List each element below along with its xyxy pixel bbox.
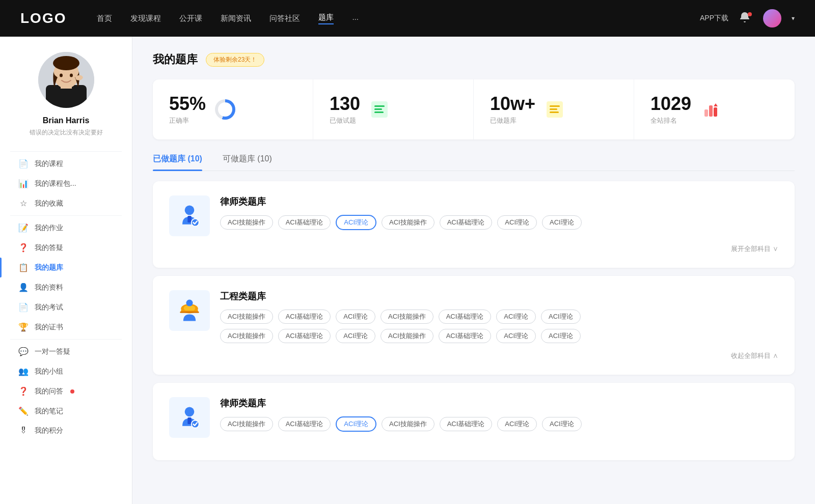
svg-rect-19	[187, 216, 191, 222]
qbank-title-2: 工程类题库	[220, 290, 778, 302]
nav-more[interactable]: ···	[352, 14, 359, 23]
stat-ranking: 1029 全站排名	[634, 79, 795, 139]
sidebar-label-points: 我的积分	[35, 426, 63, 435]
sidebar-item-qa[interactable]: ❓ 我的答疑	[10, 238, 122, 258]
notification-bell[interactable]	[739, 11, 753, 25]
svg-rect-27	[187, 417, 191, 424]
tag-3-3[interactable]: ACI理论	[336, 416, 376, 432]
svg-rect-13	[550, 108, 557, 110]
sidebar-item-homework[interactable]: 📝 我的作业	[10, 218, 122, 238]
svg-point-26	[185, 407, 195, 416]
user-avatar-nav[interactable]	[763, 9, 781, 27]
tag-3-1[interactable]: ACI技能操作	[220, 417, 273, 431]
tag-3-2[interactable]: ACI基础理论	[278, 417, 331, 431]
courses-icon: 📄	[18, 159, 29, 169]
tags-row-2: ACI技能操作 ACI基础理论 ACI理论 ACI技能操作 ACI基础理论 AC…	[220, 310, 778, 324]
qbank-lawyer-icon	[169, 195, 210, 236]
stat-done-questions: 130 已做试题	[313, 79, 474, 139]
qbank-card-lawyer-1: 律师类题库 ACI技能操作 ACI基础理论 ACI理论 ACI技能操作 ACI基…	[153, 181, 795, 268]
qbank-title-1: 律师类题库	[220, 195, 778, 208]
nav-qa[interactable]: 问答社区	[269, 14, 300, 23]
qbank-lawyer-icon-2	[169, 397, 210, 438]
sidebar-item-qbank[interactable]: 📋 我的题库	[10, 258, 122, 277]
sidebar-item-notes[interactable]: ✏️ 我的笔记	[10, 401, 122, 421]
tag-3-5[interactable]: ACI基础理论	[440, 417, 493, 431]
qbank-info: 律师类题库 ACI技能操作 ACI基础理论 ACI理论 ACI技能操作 ACI基…	[220, 195, 778, 230]
tabs-row: 已做题库 (10) 可做题库 (10)	[153, 154, 795, 171]
app-download-link[interactable]: APP下载	[700, 14, 728, 23]
tag-1-4[interactable]: ACI技能操作	[382, 215, 434, 230]
sidebar-item-group[interactable]: 👥 我的小组	[10, 361, 122, 381]
tag-3-6[interactable]: ACI理论	[497, 417, 537, 431]
main-content: 我的题库 体验剩余23天！ 55% 正确率 130 已做试题	[132, 37, 815, 504]
svg-rect-12	[550, 105, 560, 107]
tag-1-6[interactable]: ACI理论	[497, 215, 537, 230]
tag-1-5[interactable]: ACI基础理论	[440, 215, 493, 230]
expand-link-1[interactable]: 展开全部科目 ∨	[169, 244, 778, 254]
sidebar-item-exam[interactable]: 📄 我的考试	[10, 297, 122, 317]
tag-2-4[interactable]: ACI技能操作	[381, 310, 433, 324]
nav-open-course[interactable]: 公开课	[179, 14, 202, 23]
tag-3-4[interactable]: ACI技能操作	[382, 417, 434, 431]
accuracy-icon	[214, 98, 236, 121]
nav-home[interactable]: 首页	[97, 14, 112, 23]
stat-done-banks-value: 10w+	[490, 94, 535, 114]
qbank-info-2: 工程类题库 ACI技能操作 ACI基础理论 ACI理论 ACI技能操作 ACI基…	[220, 290, 778, 343]
qbank-card-header-2: 工程类题库 ACI技能操作 ACI基础理论 ACI理论 ACI技能操作 ACI基…	[169, 290, 778, 343]
sidebar-item-profile[interactable]: 👤 我的资料	[10, 277, 122, 297]
nav-discover[interactable]: 发现课程	[130, 14, 161, 23]
tab-done-banks[interactable]: 已做题库 (10)	[153, 154, 202, 171]
sidebar-label-qbank: 我的题库	[35, 263, 63, 272]
nav-qbank[interactable]: 题库	[318, 13, 334, 24]
tag-2-1[interactable]: ACI技能操作	[220, 310, 273, 324]
tag-1-2[interactable]: ACI基础理论	[278, 215, 331, 230]
sidebar-item-1on1[interactable]: 💬 一对一答疑	[10, 342, 122, 361]
stat-accuracy: 55% 正确率	[153, 79, 313, 139]
tag-1-1[interactable]: ACI技能操作	[220, 215, 273, 230]
stat-done-questions-value: 130	[330, 94, 360, 114]
user-motto: 错误的决定比没有决定要好	[30, 128, 103, 137]
tag-2b-2[interactable]: ACI基础理论	[278, 329, 331, 343]
divider-2	[10, 215, 122, 216]
expand-link-2[interactable]: 收起全部科目 ∧	[169, 351, 778, 360]
list-green-icon	[368, 98, 391, 121]
sidebar-item-points[interactable]: 🎖 我的积分	[10, 421, 122, 440]
stat-ranking-label: 全站排名	[650, 116, 691, 125]
sidebar-label-coursepack: 我的课程包...	[35, 179, 76, 188]
tab-available-banks[interactable]: 可做题库 (10)	[223, 154, 272, 171]
tag-2-3[interactable]: ACI理论	[336, 310, 375, 324]
user-menu-chevron[interactable]: ▾	[792, 15, 795, 22]
tag-2b-3[interactable]: ACI理论	[336, 329, 375, 343]
tag-2b-6[interactable]: ACI理论	[496, 329, 536, 343]
tag-3-7[interactable]: ACI理论	[542, 417, 582, 431]
sidebar-item-favorites[interactable]: ☆ 我的收藏	[10, 193, 122, 213]
trial-badge: 体验剩余23天！	[206, 53, 264, 67]
sidebar-item-questions[interactable]: ❓ 我的问答	[10, 381, 122, 401]
nav-news[interactable]: 新闻资讯	[221, 14, 251, 23]
tag-2-2[interactable]: ACI基础理论	[278, 310, 331, 324]
tag-1-3[interactable]: ACI理论	[336, 215, 376, 230]
stat-done-banks: 10w+ 已做题库	[474, 79, 634, 139]
sidebar-item-courses[interactable]: 📄 我的课程	[10, 154, 122, 174]
sidebar-item-coursepack[interactable]: 📊 我的课程包...	[10, 174, 122, 193]
questions-notification-dot	[70, 389, 74, 394]
tag-2b-1[interactable]: ACI技能操作	[220, 329, 273, 343]
stat-accuracy-value: 55%	[169, 94, 206, 114]
svg-rect-23	[184, 305, 195, 310]
svg-rect-17	[714, 107, 717, 117]
svg-rect-9	[374, 108, 382, 110]
favorites-icon: ☆	[18, 199, 29, 208]
tag-2b-5[interactable]: ACI基础理论	[439, 329, 492, 343]
tag-2-6[interactable]: ACI理论	[496, 310, 536, 324]
tag-2-7[interactable]: ACI理论	[541, 310, 581, 324]
sidebar-item-certificate[interactable]: 🏆 我的证书	[10, 317, 122, 337]
svg-rect-14	[550, 111, 559, 113]
tag-2-5[interactable]: ACI基础理论	[439, 310, 492, 324]
sidebar-label-favorites: 我的收藏	[35, 199, 63, 208]
stat-done-questions-label: 已做试题	[330, 116, 360, 125]
sidebar-label-questions: 我的问答	[35, 387, 63, 396]
tag-1-7[interactable]: ACI理论	[542, 215, 582, 230]
tag-2b-4[interactable]: ACI技能操作	[381, 329, 433, 343]
tag-2b-7[interactable]: ACI理论	[541, 329, 581, 343]
tags-row-1: ACI技能操作 ACI基础理论 ACI理论 ACI技能操作 ACI基础理论 AC…	[220, 215, 778, 230]
